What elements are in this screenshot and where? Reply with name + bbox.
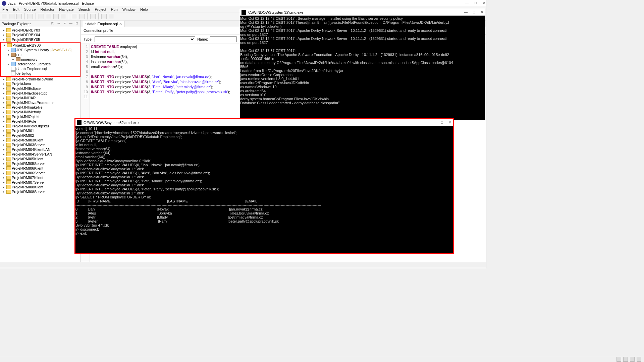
- tree-item[interactable]: ▸ProjektRMI07Server: [0, 180, 80, 185]
- toolbar-newclass-icon[interactable]: [79, 14, 85, 19]
- tree-item[interactable]: ▸ProjektRMI04KlientLAN: [0, 147, 80, 152]
- tree-item[interactable]: ▸ProjektDERBY04: [0, 33, 80, 37]
- statusbar: [0, 262, 486, 268]
- toolbar-forward-icon[interactable]: [109, 14, 114, 19]
- eclipse-bottom-bar: [0, 356, 644, 362]
- tree-item[interactable]: ▸ProjektJNIEclipse: [0, 86, 80, 91]
- tree-item[interactable]: ▸ProjektRMI04ServerLAN: [0, 152, 80, 157]
- connection-profile-label: Connection profile: [84, 28, 113, 33]
- tree-item[interactable]: ▸ProjektJNIJavaPromenne: [0, 100, 80, 105]
- tree-item[interactable]: ▸ProjektJNIPoleObjektu: [0, 124, 80, 128]
- toolbar-external-icon[interactable]: [61, 14, 66, 19]
- tree-item[interactable]: ▸Referenced Libraries: [1, 62, 80, 66]
- tree-item[interactable]: ▸ProjektJNIPole: [0, 119, 80, 124]
- tree-item[interactable]: ▸ProjektJNIMetody: [0, 110, 80, 114]
- perspective-icon[interactable]: [637, 357, 641, 362]
- tree-item[interactable]: ▸ProjektRMI05Server: [0, 161, 80, 166]
- tree-item[interactable]: ▸ProjektRMI03Server: [0, 142, 80, 147]
- cmd-icon: [77, 120, 82, 125]
- toolbar-newpkg-icon[interactable]: [72, 14, 77, 19]
- tree-item[interactable]: datab Emploee.sql: [1, 66, 80, 71]
- tree-item[interactable]: ▸ProjektRMI06Server: [0, 171, 80, 175]
- name-label: Name:: [197, 37, 208, 41]
- toolbar-run-icon[interactable]: [46, 14, 51, 19]
- menu-file[interactable]: File: [2, 7, 8, 11]
- maximize-icon[interactable]: □: [441, 120, 443, 125]
- toolbar-back-icon[interactable]: [101, 14, 107, 19]
- maximize-icon[interactable]: □: [475, 1, 477, 5]
- sql-file-icon: [85, 23, 86, 24]
- menu-help[interactable]: Help: [140, 7, 148, 11]
- tree-item[interactable]: ▸ProjektRMI05Klient: [0, 157, 80, 161]
- editor-tab[interactable]: datab Emploee.sql ✕: [83, 21, 124, 27]
- toolbar-debug-icon[interactable]: [39, 14, 44, 19]
- close-icon[interactable]: ✕: [481, 10, 484, 14]
- cmd-window-server: C:\WINDOWS\system32\cmd.exe — □ ✕ Mon Oc…: [240, 9, 485, 120]
- cmd-title: C:\WINDOWS\system32\cmd.exe: [84, 121, 139, 125]
- perspective-icon[interactable]: [623, 357, 628, 362]
- menu-source[interactable]: Source: [24, 7, 36, 11]
- tree-item[interactable]: derby.log: [1, 71, 80, 76]
- eclipse-icon: [2, 1, 6, 6]
- tree-item[interactable]: ▸ProjektRMI06Klient: [0, 166, 80, 171]
- toolbar-new-icon[interactable]: [2, 14, 7, 19]
- tree-item[interactable]: ▸ProjektDERBY05: [0, 37, 80, 42]
- eclipse-title: Java - ProjektDERBY06/datab Emploee.sql …: [8, 1, 94, 5]
- minimize-view-icon[interactable]: —: [68, 21, 73, 26]
- package-explorer-title: Package Explorer: [2, 22, 31, 26]
- tree-item[interactable]: ▸ProjektDERBY03: [0, 28, 80, 33]
- name-input[interactable]: [210, 36, 237, 42]
- type-select[interactable]: [95, 36, 195, 42]
- menu-window[interactable]: Window: [122, 7, 136, 11]
- tree-item[interactable]: ▸ProjektRMI08Server: [0, 189, 80, 194]
- tree-item[interactable]: ▸ProjektJava: [0, 81, 80, 86]
- tree-item[interactable]: ▸ProjektRMI07Klient: [0, 175, 80, 180]
- tree-item[interactable]: ▸JRE System Library[JavaSE-1.8]: [1, 48, 80, 52]
- tree-item[interactable]: ▸ProjektRMI08Klient: [0, 185, 80, 189]
- tree-item[interactable]: ▸ProjektFortranHalloWorld: [0, 77, 80, 81]
- toolbar-search-icon[interactable]: [90, 14, 96, 19]
- minimize-icon[interactable]: —: [432, 120, 435, 125]
- toolbar-save-icon[interactable]: [9, 14, 14, 19]
- minimize-icon[interactable]: —: [465, 1, 469, 5]
- terminal-output[interactable]: verze ij 10.11ij> connect 'jdbc:derby://…: [75, 126, 453, 236]
- perspective-icon[interactable]: [616, 357, 621, 362]
- menu-refactor[interactable]: Refactor: [41, 7, 55, 11]
- eclipse-titlebar: Java - ProjektDERBY06/datab Emploee.sql …: [0, 0, 486, 6]
- close-icon[interactable]: ✕: [483, 1, 485, 5]
- maximize-icon[interactable]: □: [473, 10, 475, 14]
- package-tree[interactable]: ▸ProjektDERBY03▸ProjektDERBY04▸ProjektDE…: [0, 27, 80, 262]
- tree-item[interactable]: ▸inmemory: [1, 57, 80, 62]
- view-menu-icon[interactable]: ▿: [62, 21, 67, 26]
- tree-item[interactable]: ▸ProjektJNIObjekt: [0, 114, 80, 119]
- close-tab-icon[interactable]: ✕: [119, 22, 122, 26]
- tree-item[interactable]: ▸ProjektJNImakefile: [0, 105, 80, 110]
- menu-run[interactable]: Run: [111, 7, 118, 11]
- perspective-icon[interactable]: [630, 357, 635, 362]
- menu-navigate[interactable]: Navigate: [59, 7, 73, 11]
- toolbar-coverage-icon[interactable]: [53, 14, 59, 19]
- minimize-icon[interactable]: —: [464, 10, 468, 14]
- type-label: Type:: [84, 37, 93, 41]
- tree-item[interactable]: ▸ProjektJNIJAR: [0, 96, 80, 100]
- maximize-view-icon[interactable]: □: [74, 21, 79, 26]
- link-icon[interactable]: ⇔: [56, 21, 61, 26]
- menu-search[interactable]: Search: [78, 7, 90, 11]
- separator: [87, 13, 88, 19]
- toolbar-saveall-icon[interactable]: [16, 14, 22, 19]
- separator: [98, 13, 99, 19]
- tree-item[interactable]: ▸ProjektRMI03Klient: [0, 138, 80, 142]
- toolbar-build-icon[interactable]: [28, 14, 33, 19]
- tree-item[interactable]: ▸ProjektRMI02: [0, 133, 80, 138]
- menu-project[interactable]: Project: [95, 7, 106, 11]
- tree-item[interactable]: ▸ProjektRMI01: [0, 128, 80, 133]
- menu-edit[interactable]: Edit: [13, 7, 19, 11]
- terminal-output[interactable]: Mon Oct 02 12:12:42 CEST 2017 : Security…: [240, 16, 485, 106]
- tree-item[interactable]: ▾ProjektDERBY06: [1, 43, 80, 48]
- package-explorer-panel: Package Explorer ⇱ ⇔ ▿ — □ ▸ProjektDERBY…: [0, 20, 81, 262]
- close-icon[interactable]: ✕: [448, 120, 451, 125]
- tree-item[interactable]: ▾src: [1, 52, 80, 57]
- cmd-window-ij: C:\WINDOWS\system32\cmd.exe — □ ✕ verze …: [75, 119, 453, 253]
- tree-item[interactable]: ▸ProjektJNIEclipseCpp: [0, 91, 80, 96]
- collapse-all-icon[interactable]: ⇱: [50, 21, 55, 26]
